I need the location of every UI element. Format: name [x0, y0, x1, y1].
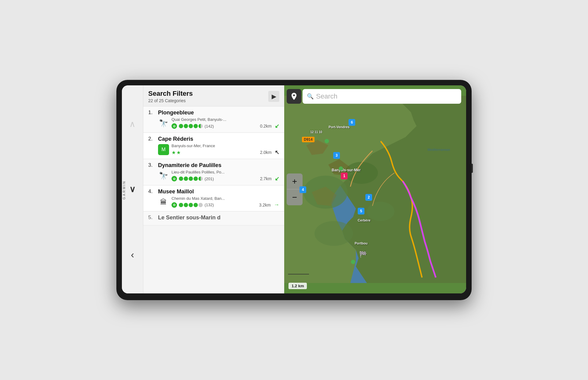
direction-arrow-2: ↖	[275, 149, 279, 156]
zoom-controls: + −	[287, 173, 303, 205]
michelin-icon-2: M	[158, 144, 169, 155]
result-item-1[interactable]: 1. Plongeebleue 🔭 Quai Georges Petit, Ba…	[143, 106, 284, 133]
dot-3-2	[184, 177, 188, 181]
result-count-1: (142)	[205, 124, 214, 129]
zoom-out-button[interactable]: −	[287, 189, 303, 205]
zoom-in-button[interactable]: +	[287, 173, 303, 189]
star-2-1: ★	[172, 150, 176, 155]
result-item-2[interactable]: 2. Cape Réderis M Banyuls-sur-Mer, Franc…	[143, 133, 284, 159]
result-number-5: 5.	[148, 214, 156, 221]
dot-1-4	[194, 124, 198, 128]
result-count-3: (201)	[205, 177, 214, 181]
star-2-2: ★	[176, 150, 181, 155]
dot-4-1	[179, 203, 183, 207]
result-address-3: Lieu-dit Paulilles Polilles, Po...	[172, 170, 279, 174]
result-name-3: Dynamiterie de Paulilles	[158, 162, 221, 169]
tripadvisor-icon-4: ✿	[172, 202, 177, 208]
rating-dots-4	[179, 203, 203, 207]
result-number-2: 2.	[148, 136, 156, 142]
results-header-info: Search Filters 22 of 25 Categories	[148, 90, 193, 103]
map-panel: Mediterranean 🔍 Search	[284, 85, 466, 293]
result-header-1: 1. Plongeebleue	[148, 110, 279, 116]
star-rating-2: ★ ★	[172, 150, 181, 155]
result-rating-row-3: ✿ (201) 2.7km ↙	[172, 175, 279, 182]
pin-icon	[290, 92, 298, 101]
result-item-3[interactable]: 3. Dynamiterie de Paulilles 🔭 Lieu-dit P…	[143, 159, 284, 185]
result-address-4: Chemin du Mas Xatard, Ban...	[172, 196, 279, 201]
result-info-3: Lieu-dit Paulilles Polilles, Po... ✿	[172, 170, 279, 182]
screen: ∧ ∨ ‹ Search Filters 22 of 25 Categories…	[122, 85, 466, 293]
search-icon: 🔍	[307, 93, 314, 100]
result-number-1: 1.	[148, 110, 156, 116]
result-header-3: 3. Dynamiterie de Paulilles	[148, 162, 279, 169]
binoculars-icon-3: 🔭	[158, 170, 169, 181]
result-item-5[interactable]: 5. Le Sentier sous-Marin d	[143, 211, 284, 225]
svg-text:Mediterranean: Mediterranean	[428, 148, 450, 151]
dot-4-5	[198, 203, 203, 207]
result-rating-row-2: ★ ★ 2.0km ↖	[172, 149, 279, 156]
result-item-4[interactable]: 4. Musee Maillol 🏛 Chemin du Mas Xatard,…	[143, 185, 284, 211]
results-subtitle: 22 of 25 Categories	[148, 98, 193, 103]
dot-1-2	[184, 124, 188, 128]
result-info-2: Banyuls-sur-Mer, France ★ ★ 2.0km ↖	[172, 143, 279, 156]
result-number-4: 4.	[148, 188, 156, 195]
direction-arrow-4: →	[274, 202, 279, 208]
result-distance-4: 3.2km	[259, 203, 271, 207]
dot-4-2	[184, 203, 188, 207]
result-distance-3: 2.7km	[260, 176, 272, 181]
result-detail-2: M Banyuls-sur-Mer, France ★ ★ 2.0km ↖	[158, 143, 279, 156]
binoculars-icon-1: 🔭	[158, 118, 169, 129]
result-info-4: Chemin du Mas Xatard, Ban... ✿	[172, 196, 279, 208]
results-title: Search Filters	[148, 90, 193, 98]
svg-point-6	[315, 221, 353, 246]
dot-3-4	[194, 177, 198, 181]
svg-point-4	[345, 162, 378, 184]
location-button[interactable]	[287, 89, 301, 104]
result-rating-row-4: ✿ (132) 3.2km →	[172, 202, 279, 208]
result-detail-1: 🔭 Quai Georges Petit, Banyuls-... ✿	[158, 117, 279, 129]
result-name-5: Le Sentier sous-Marin d	[158, 214, 221, 221]
results-header: Search Filters 22 of 25 Categories ▶	[143, 85, 284, 106]
result-name-2: Cape Réderis	[158, 136, 193, 142]
result-address-2: Banyuls-sur-Mer, France	[172, 143, 279, 148]
side-button[interactable]	[471, 164, 473, 173]
dot-3-5	[198, 177, 203, 181]
tripadvisor-icon-1: ✿	[172, 123, 177, 129]
dot-4-3	[189, 203, 193, 207]
result-name-1: Plongeebleue	[158, 110, 194, 116]
direction-arrow-3: ↙	[275, 175, 279, 182]
results-list: 1. Plongeebleue 🔭 Quai Georges Petit, Ba…	[143, 106, 284, 293]
dot-1-1	[179, 124, 183, 128]
result-detail-4: 🏛 Chemin du Mas Xatard, Ban... ✿	[158, 196, 279, 208]
dot-4-4	[194, 203, 198, 207]
museum-icon-4: 🏛	[158, 197, 169, 208]
direction-arrow-1: ↙	[275, 123, 279, 129]
rating-dots-1	[179, 124, 203, 128]
dot-3-1	[179, 177, 183, 181]
dot-1-5	[198, 124, 203, 128]
result-name-4: Musee Maillol	[158, 188, 194, 195]
result-info-1: Quai Georges Petit, Banyuls-... ✿	[172, 117, 279, 129]
result-address-1: Quai Georges Petit, Banyuls-...	[172, 117, 279, 122]
result-header-5: 5. Le Sentier sous-Marin d	[148, 214, 279, 221]
results-panel: Search Filters 22 of 25 Categories ▶ 1. …	[143, 85, 284, 293]
scroll-down-button[interactable]: ∨	[125, 182, 140, 197]
map-background: Mediterranean	[284, 85, 466, 293]
result-count-4: (132)	[205, 203, 214, 207]
result-header-4: 4. Musee Maillol	[148, 188, 279, 195]
result-distance-1: 0.2km	[260, 124, 272, 129]
map-search-bar[interactable]: 🔍 Search	[303, 89, 461, 104]
back-button[interactable]: ‹	[125, 247, 140, 262]
garmin-device: GARMIN ∧ ∨ ‹ Search Filters 22 of 25 Cat…	[116, 80, 472, 300]
scroll-up-button[interactable]: ∧	[125, 117, 140, 132]
result-number-3: 3.	[148, 162, 156, 168]
filter-arrow-button[interactable]: ▶	[268, 91, 279, 102]
search-placeholder: Search	[316, 92, 337, 100]
svg-point-5	[367, 202, 394, 221]
dot-3-3	[189, 177, 193, 181]
dot-1-3	[189, 124, 193, 128]
result-detail-3: 🔭 Lieu-dit Paulilles Polilles, Po... ✿	[158, 170, 279, 182]
tripadvisor-icon-3: ✿	[172, 176, 177, 181]
result-header-2: 2. Cape Réderis	[148, 136, 279, 142]
brand-label: GARMIN	[122, 181, 126, 200]
